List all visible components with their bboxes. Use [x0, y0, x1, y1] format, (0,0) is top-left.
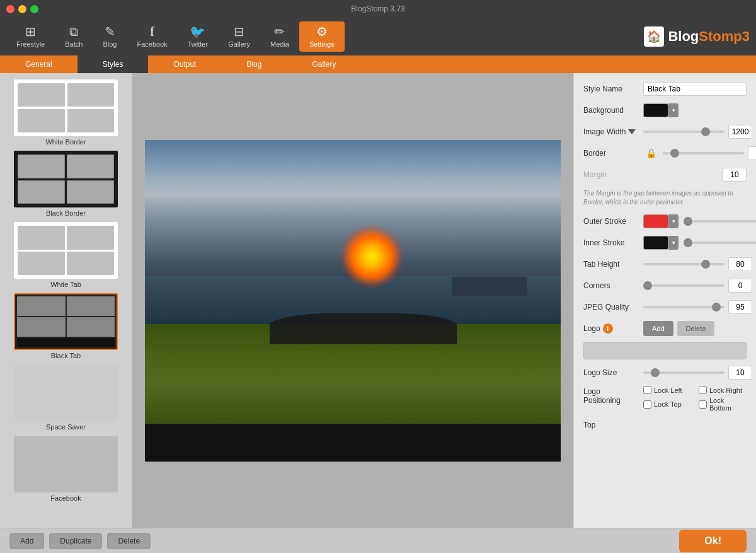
delete-style-button[interactable]: Delete	[107, 533, 151, 549]
outer-stroke-slider[interactable]	[684, 220, 756, 223]
sidebar-item-white-border[interactable]: White Border	[9, 79, 122, 146]
nav-batch[interactable]: ⧉ Batch	[55, 21, 93, 52]
logo-text-blog: Blog	[668, 28, 699, 45]
logo-row: Logo i Add Delete	[583, 320, 747, 337]
jpeg-quality-label: JPEG Quality	[583, 303, 643, 311]
tab-height-slider-container: 80	[643, 257, 752, 271]
twitter-icon: 🐦	[190, 25, 205, 38]
preview-container	[145, 140, 561, 462]
jpeg-quality-slider-container: 95	[643, 300, 752, 314]
duplicate-style-button[interactable]: Duplicate	[49, 533, 102, 549]
logo-delete-button[interactable]: Delete	[677, 321, 715, 336]
nav-facebook[interactable]: f Facebook	[127, 21, 177, 52]
facebook-label: Facebook	[50, 494, 81, 502]
inner-stroke-row: Inner Stroke ▾ 0	[583, 235, 747, 251]
lock-bottom-checkbox[interactable]	[699, 400, 707, 409]
margin-value: 10	[723, 168, 747, 182]
jpeg-quality-row: JPEG Quality 95	[583, 299, 747, 315]
lock-right-label[interactable]: Lock Right	[699, 386, 747, 394]
bottom-bar: Add Duplicate Delete Ok!	[0, 528, 756, 553]
sidebar-item-facebook[interactable]: Facebook	[9, 436, 122, 502]
nav-settings[interactable]: ⚙ Settings	[299, 21, 345, 52]
ok-button[interactable]: Ok!	[679, 530, 747, 552]
nav-media[interactable]: ✏ Media	[260, 21, 299, 52]
minimize-button[interactable]	[18, 5, 26, 13]
sidebar-item-white-tab[interactable]: White Tab	[9, 222, 122, 288]
nav-freestyle[interactable]: ⊞ Freestyle	[6, 21, 55, 52]
preview-black-bar	[145, 424, 561, 462]
nav-media-label: Media	[270, 40, 289, 48]
facebook-icon: f	[150, 25, 154, 38]
tab-height-row: Tab Height 80	[583, 256, 747, 272]
black-border-label: Black Border	[46, 209, 86, 217]
logo-info-icon[interactable]: i	[603, 323, 613, 334]
maximize-button[interactable]	[30, 5, 38, 13]
outer-stroke-dropdown[interactable]: ▾	[668, 214, 679, 228]
corners-slider[interactable]	[643, 284, 724, 287]
window-controls[interactable]	[6, 5, 38, 13]
inner-stroke-swatch[interactable]	[643, 236, 668, 250]
inner-stroke-slider[interactable]	[684, 242, 756, 244]
sidebar-item-space-saver[interactable]: Space Saver	[9, 364, 122, 431]
outer-stroke-slider-container: 0	[684, 214, 756, 228]
subnav-general[interactable]: General	[0, 55, 77, 73]
subnav-blog[interactable]: Blog	[221, 55, 287, 73]
border-label: Border	[583, 149, 643, 158]
lock-left-label[interactable]: Lock Left	[643, 386, 691, 394]
logo-size-slider[interactable]	[643, 371, 724, 374]
close-button[interactable]	[6, 5, 14, 13]
image-width-triangle[interactable]	[628, 129, 636, 134]
logo: 🏠 BlogStomp3	[644, 26, 750, 47]
corners-row: Corners 0	[583, 277, 747, 294]
outer-stroke-row: Outer Stroke ▾ 0	[583, 213, 747, 230]
logo-icon: 🏠	[644, 26, 664, 47]
image-width-row: Image Width 1200	[583, 124, 747, 140]
sidebar-item-black-border[interactable]: Black Border	[9, 151, 122, 217]
jpeg-quality-slider[interactable]	[643, 306, 724, 308]
outer-stroke-swatch[interactable]	[643, 214, 668, 228]
lock-left-checkbox[interactable]	[643, 386, 651, 394]
media-icon: ✏	[274, 25, 285, 38]
style-name-label: Style Name	[583, 84, 643, 93]
lock-right-checkbox[interactable]	[699, 386, 707, 394]
tab-height-slider[interactable]	[643, 263, 724, 265]
subnav-styles[interactable]: Styles	[77, 55, 149, 73]
background-label: Background	[583, 106, 643, 115]
nav-freestyle-label: Freestyle	[16, 40, 45, 48]
background-dropdown-arrow[interactable]: ▾	[668, 103, 679, 117]
add-style-button[interactable]: Add	[9, 533, 44, 549]
logo-size-slider-container: 10	[643, 366, 752, 380]
sub-nav: General Styles Output Blog Gallery	[0, 55, 756, 73]
preview-image	[145, 140, 561, 462]
subnav-gallery[interactable]: Gallery	[287, 55, 361, 73]
lock-top-label[interactable]: Lock Top	[643, 397, 691, 412]
image-width-slider[interactable]	[643, 131, 724, 133]
style-name-input[interactable]	[643, 82, 747, 96]
nav-gallery[interactable]: ⊟ Gallery	[218, 21, 260, 52]
border-row: Border 🔒 10	[583, 145, 747, 161]
nav-twitter[interactable]: 🐦 Twitter	[178, 21, 218, 52]
space-saver-thumb	[14, 364, 118, 421]
jpeg-quality-value: 95	[728, 300, 752, 314]
nav-blog[interactable]: ✎ Blog	[93, 21, 127, 52]
background-color-swatch[interactable]	[643, 103, 668, 117]
border-slider-container: 🔒 10	[643, 146, 756, 160]
inner-stroke-color: ▾	[643, 236, 684, 250]
border-slider[interactable]	[663, 152, 744, 154]
logo-positioning-row: LogoPositioning Lock Left Lock Right Loc…	[583, 386, 747, 412]
logo-add-button[interactable]: Add	[643, 321, 673, 336]
lock-top-checkbox[interactable]	[643, 400, 651, 409]
facebook-thumb	[14, 436, 118, 492]
white-border-thumb	[14, 79, 118, 136]
logo-text-stomp: Stomp3	[699, 28, 750, 45]
nav-settings-label: Settings	[309, 40, 335, 48]
sidebar: White Border Black Border White Tab	[0, 73, 132, 528]
black-tab-label: Black Tab	[51, 352, 81, 359]
subnav-output[interactable]: Output	[148, 55, 221, 73]
lock-bottom-label[interactable]: Lock Bottom	[699, 397, 747, 412]
inner-stroke-dropdown[interactable]: ▾	[668, 236, 679, 250]
image-width-value: 1200	[728, 125, 752, 139]
sidebar-item-black-tab[interactable]: Black Tab	[9, 293, 122, 359]
freestyle-icon: ⊞	[25, 25, 36, 38]
app-title: BlogStomp 3.73	[351, 4, 404, 13]
